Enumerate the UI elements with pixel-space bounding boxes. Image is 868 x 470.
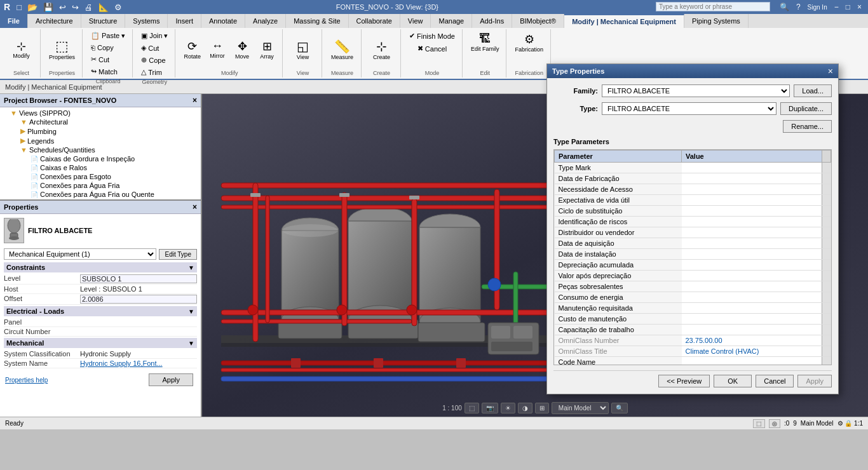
- param-value-cell[interactable]: [682, 206, 822, 217]
- tree-item-legends[interactable]: ▶ Legends: [0, 136, 201, 145]
- edit-type-button[interactable]: Edit Type: [159, 249, 197, 260]
- modify-tool-button[interactable]: ⊹ Modify: [10, 39, 33, 61]
- view-tool-button[interactable]: ◱View: [292, 37, 315, 62]
- tab-systems[interactable]: Systems: [125, 14, 168, 28]
- mirror-button[interactable]: ↔Mirror: [206, 37, 229, 62]
- param-value-cell[interactable]: [682, 314, 822, 325]
- measure-tool-button[interactable]: 📏Measure: [328, 37, 356, 62]
- tab-addins[interactable]: Add-Ins: [472, 14, 512, 28]
- tree-item-conexoes-quente[interactable]: 📄 Conexões para Água Quente: [0, 199, 201, 199]
- tab-manage[interactable]: Manage: [431, 14, 472, 28]
- redo-button[interactable]: ↪: [70, 2, 81, 13]
- tab-view[interactable]: View: [400, 14, 431, 28]
- undo-button[interactable]: ↩: [57, 2, 68, 13]
- tree-item-caixas-ralos[interactable]: 📄 Caixas e Ralos: [0, 163, 201, 172]
- param-value-cell[interactable]: [682, 173, 822, 184]
- params-scroll-area[interactable]: Parameter Value Type MarkData de Fabrica…: [553, 149, 832, 365]
- param-value-cell[interactable]: 23.75.00.00: [682, 335, 822, 346]
- tab-massing[interactable]: Massing & Site: [286, 14, 348, 28]
- tab-architecture[interactable]: Architecture: [28, 14, 81, 28]
- match-button[interactable]: ↬Match: [88, 66, 128, 77]
- tree-item-architectural[interactable]: ▼ Architectural: [0, 117, 201, 126]
- param-value-cell[interactable]: [682, 249, 822, 260]
- param-value-cell[interactable]: [682, 163, 822, 173]
- tree-item-schedules[interactable]: ▼ Schedules/Quantities: [0, 145, 201, 154]
- offset-value[interactable]: [80, 295, 197, 304]
- system-name-value[interactable]: Hydronic Supply 16,Font...: [80, 359, 197, 367]
- tree-item-caixas-gordura[interactable]: 📄 Caixas de Gordura e Inspeção: [0, 154, 201, 163]
- dialog-apply-button[interactable]: Apply: [797, 375, 832, 387]
- tree-item-conexoes-esgoto[interactable]: 📄 Conexões para Esgoto: [0, 172, 201, 181]
- level-value[interactable]: [80, 274, 197, 283]
- family-select[interactable]: FILTRO ALBACETE: [602, 84, 790, 97]
- tab-structure[interactable]: Structure: [81, 14, 126, 28]
- mechanical-section[interactable]: Mechanical ▼: [4, 338, 197, 348]
- cut-button[interactable]: ✂Cut: [88, 54, 128, 65]
- move-button[interactable]: ✥Move: [231, 37, 254, 62]
- wall-button[interactable]: ⊕Cope: [138, 55, 171, 65]
- vp-wireframe-button[interactable]: ⬚: [465, 403, 479, 413]
- minimize-button[interactable]: −: [832, 2, 841, 12]
- param-value-cell[interactable]: Climate Control (HVAC): [682, 346, 822, 357]
- browser-content[interactable]: ▼ Views (SIPPRO) ▼ Architectural ▶ Plumb…: [0, 107, 201, 199]
- search-box[interactable]: [651, 2, 775, 12]
- tab-file[interactable]: File: [0, 14, 28, 28]
- param-value-cell[interactable]: [682, 281, 822, 292]
- dialog-close-button[interactable]: ×: [828, 67, 833, 76]
- load-button[interactable]: Load...: [794, 84, 832, 97]
- preview-button[interactable]: << Preview: [658, 375, 710, 387]
- param-value-cell[interactable]: [682, 184, 822, 195]
- type-select[interactable]: FILTRO ALBACETE: [602, 102, 776, 115]
- tab-annotate[interactable]: Annotate: [201, 14, 245, 28]
- search-input[interactable]: [656, 2, 770, 11]
- cut-geo-button[interactable]: ◈Cut: [138, 43, 171, 53]
- vp-camera-button[interactable]: 📷: [482, 403, 498, 413]
- constraints-toggle[interactable]: ▼: [188, 264, 194, 271]
- constraints-section[interactable]: Constraints ▼: [4, 262, 197, 272]
- new-button[interactable]: □: [15, 2, 24, 13]
- print-button[interactable]: 🖨: [83, 2, 95, 13]
- restore-button[interactable]: □: [843, 2, 853, 12]
- fabrication-button[interactable]: ⚙Fabrication: [512, 30, 546, 55]
- vp-sun-button[interactable]: ☀: [501, 403, 515, 413]
- properties-button[interactable]: ⬚ Properties: [46, 37, 78, 62]
- trim-button[interactable]: △Trim: [138, 67, 171, 77]
- create-tool-button[interactable]: ⊹Create: [370, 37, 393, 62]
- join-button[interactable]: ▣Join ▾: [138, 30, 171, 41]
- param-value-cell[interactable]: [682, 260, 822, 271]
- param-value-cell[interactable]: [682, 195, 822, 206]
- cancel-mode-button[interactable]: ✖Cancel: [414, 43, 450, 54]
- status-zoom-button[interactable]: ⬚: [753, 419, 765, 428]
- measure-button[interactable]: 📐: [97, 2, 111, 13]
- prop-apply-button[interactable]: Apply: [149, 373, 193, 386]
- param-value-cell[interactable]: [682, 303, 822, 314]
- rotate-button[interactable]: ⟳Rotate: [180, 37, 204, 62]
- paste-button[interactable]: 📋Paste ▾: [88, 30, 128, 41]
- tree-item-conexoes-mista[interactable]: 📄 Conexões para Água Fria ou Quente: [0, 190, 201, 199]
- ok-button[interactable]: OK: [714, 375, 752, 387]
- tab-collaborate[interactable]: Collaborate: [349, 14, 400, 28]
- edit-family-button[interactable]: 🏗Edit Family: [468, 30, 503, 54]
- finish-mode-button[interactable]: ✔Finish Mode: [406, 30, 458, 41]
- tree-item-conexoes-fria[interactable]: 📄 Conexões para Água Fria: [0, 181, 201, 190]
- tree-item-plumbing[interactable]: ▶ Plumbing: [0, 126, 201, 136]
- help-button[interactable]: ?: [794, 2, 803, 12]
- element-type-select[interactable]: Mechanical Equipment (1): [4, 248, 156, 260]
- electrical-toggle[interactable]: ▼: [188, 308, 194, 315]
- rename-button[interactable]: Rename...: [783, 120, 832, 133]
- param-value-cell[interactable]: [682, 238, 822, 249]
- mechanical-toggle[interactable]: ▼: [188, 340, 194, 347]
- param-value-cell[interactable]: [682, 227, 822, 238]
- cancel-button[interactable]: Cancel: [756, 375, 794, 387]
- tab-bimobject[interactable]: BIMobject®: [512, 14, 564, 28]
- param-value-cell[interactable]: [682, 271, 822, 281]
- tab-insert[interactable]: Insert: [168, 14, 201, 28]
- status-nav-button[interactable]: ◎: [769, 419, 780, 428]
- electrical-section[interactable]: Electrical - Loads ▼: [4, 306, 197, 316]
- duplicate-button[interactable]: Duplicate...: [780, 102, 832, 115]
- tab-modify-mechanical[interactable]: Modify | Mechanical Equipment: [564, 14, 684, 28]
- project-browser-close[interactable]: ×: [193, 96, 197, 105]
- param-value-cell[interactable]: [682, 292, 822, 303]
- close-button[interactable]: ×: [855, 2, 864, 12]
- open-button[interactable]: 📂: [25, 2, 39, 13]
